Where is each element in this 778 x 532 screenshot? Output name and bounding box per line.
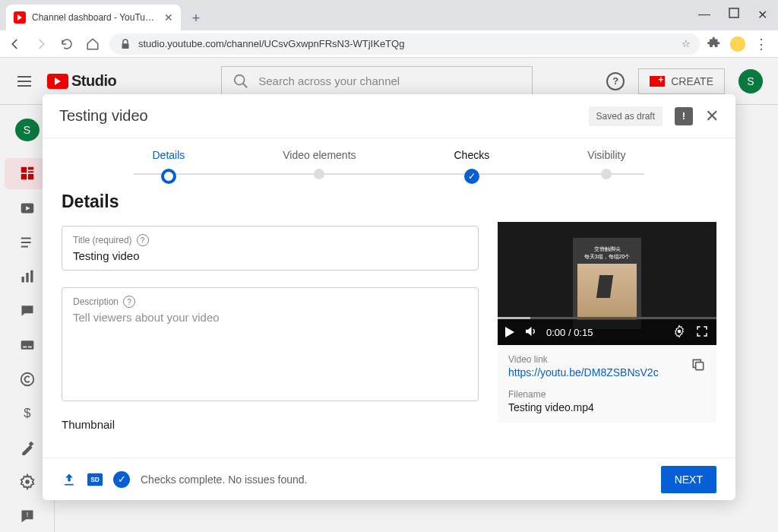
- title-value[interactable]: Testing video: [73, 249, 467, 262]
- step-video-elements[interactable]: Video elements: [283, 149, 356, 179]
- browser-tab[interactable]: Channel dashboard - YouTube St ✕: [6, 5, 181, 30]
- step-circle-icon: [161, 169, 176, 184]
- lock-icon: [119, 37, 132, 51]
- play-icon[interactable]: [505, 327, 514, 337]
- step-checks[interactable]: Checks ✓: [454, 149, 490, 184]
- description-field[interactable]: Description ? Tell viewers about your vi…: [62, 287, 479, 401]
- svg-rect-0: [729, 8, 738, 17]
- sd-badge-icon: SD: [87, 472, 103, 487]
- description-label: Description: [73, 296, 119, 307]
- new-tab-button[interactable]: +: [185, 8, 207, 29]
- video-link-label: Video link: [508, 354, 659, 365]
- reload-button[interactable]: [58, 35, 76, 53]
- help-tooltip-icon[interactable]: ?: [137, 234, 149, 246]
- description-placeholder: Tell viewers about your video: [73, 311, 467, 324]
- video-preview[interactable]: 交替触脚尖每天3组，每组20个 0:00 / 0:15: [498, 222, 716, 345]
- back-button[interactable]: [6, 35, 24, 53]
- close-tab-icon[interactable]: ✕: [164, 11, 173, 24]
- url-text: studio.youtube.com/channel/UCsvGxwpnFRsN…: [138, 38, 404, 49]
- step-visibility[interactable]: Visibility: [587, 149, 625, 179]
- fullscreen-icon[interactable]: [695, 325, 709, 340]
- preview-frame: 交替触脚尖每天3组，每组20个: [573, 238, 641, 329]
- preview-time: 0:00 / 0:15: [546, 327, 593, 338]
- youtube-favicon: [14, 11, 26, 24]
- title-label: Title (required): [73, 235, 132, 245]
- upload-status-icon: [62, 472, 77, 487]
- section-heading: Details: [62, 192, 479, 212]
- forward-button[interactable]: [32, 35, 50, 53]
- address-bar[interactable]: studio.youtube.com/channel/UCsvGxwpnFRsN…: [109, 33, 700, 55]
- minimize-icon[interactable]: —: [698, 8, 710, 21]
- feedback-icon[interactable]: !: [675, 107, 693, 125]
- browser-toolbar: studio.youtube.com/channel/UCsvGxwpnFRsN…: [0, 30, 778, 58]
- extension-badge-icon[interactable]: [730, 36, 745, 52]
- footer-status-text: Checks complete. No issues found.: [141, 473, 307, 486]
- step-check-icon: ✓: [464, 169, 479, 184]
- maximize-icon[interactable]: [727, 6, 741, 23]
- svg-text:SD: SD: [90, 476, 100, 483]
- title-field[interactable]: Title (required) ? Testing video: [62, 226, 479, 271]
- svg-rect-21: [65, 483, 74, 485]
- svg-point-19: [678, 329, 682, 333]
- filename-label: Filename: [508, 389, 706, 400]
- dialog-header: Testing video Saved as draft ! ✕: [43, 94, 735, 138]
- bookmark-star-icon[interactable]: ☆: [682, 38, 691, 49]
- copy-link-icon[interactable]: [691, 354, 706, 375]
- home-button[interactable]: [84, 35, 102, 53]
- settings-gear-icon[interactable]: [672, 325, 686, 340]
- next-button[interactable]: NEXT: [661, 466, 716, 493]
- extensions-icon[interactable]: [707, 36, 721, 52]
- video-link[interactable]: https://youtu.be/DM8ZSBNsV2c: [508, 366, 659, 378]
- upload-stepper: Details Video elements Checks ✓ Visibili…: [43, 138, 735, 184]
- checks-complete-icon: ✓: [113, 471, 130, 488]
- draft-status-badge: Saved as draft: [589, 106, 663, 126]
- volume-icon[interactable]: [523, 325, 537, 340]
- dialog-title: Testing video: [59, 107, 148, 125]
- svg-rect-20: [696, 363, 704, 370]
- tab-title: Channel dashboard - YouTube St: [32, 12, 158, 23]
- close-dialog-icon[interactable]: ✕: [705, 106, 719, 126]
- upload-dialog: Testing video Saved as draft ! ✕ Details…: [43, 94, 735, 500]
- browser-tab-strip: Channel dashboard - YouTube St ✕ + — ✕: [0, 0, 778, 30]
- thumbnail-heading: Thumbnail: [62, 418, 479, 431]
- filename-value: Testing video.mp4: [508, 401, 706, 413]
- svg-rect-1: [122, 43, 129, 49]
- window-close-icon[interactable]: ✕: [757, 8, 767, 22]
- chrome-menu-icon[interactable]: ⋮: [754, 36, 769, 52]
- step-details[interactable]: Details: [152, 149, 185, 184]
- dialog-footer: SD ✓ Checks complete. No issues found. N…: [43, 458, 735, 500]
- step-circle-icon: [314, 169, 324, 179]
- help-tooltip-icon[interactable]: ?: [123, 296, 135, 308]
- step-circle-icon: [601, 169, 612, 179]
- video-meta: Video link https://youtu.be/DM8ZSBNsV2c …: [498, 345, 716, 423]
